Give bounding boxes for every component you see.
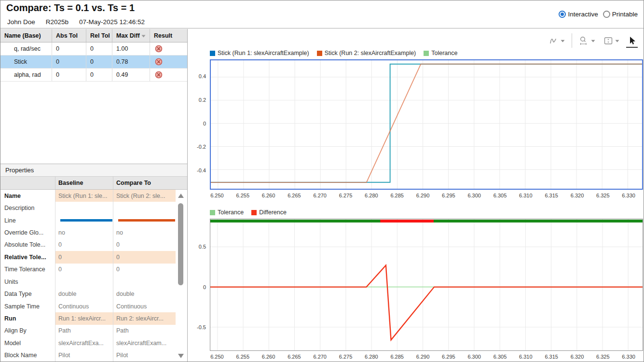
legend-item[interactable]: Tolerance [424,50,457,56]
comparison-plot-area[interactable] [210,59,643,190]
left-panel: Name (Base)Abs TolRel TolMax DiffResult … [0,29,188,362]
pointer-icon [627,36,637,45]
abs-tol-cell: 0 [52,42,86,55]
baseline-value-cell[interactable]: slexAircraftExa... [55,337,113,349]
property-row: Description [0,202,176,214]
compare-value-cell[interactable] [113,202,176,214]
property-row: Line [0,214,176,226]
x-tick-label: 6.310 [514,354,537,360]
pointer-tool-button[interactable] [626,33,638,48]
x-tick-label: 6.280 [360,193,383,198]
compare-value-cell[interactable]: Path [113,325,176,337]
compare-value-cell[interactable]: 0 [113,251,176,263]
compare-value-cell[interactable]: no [113,226,176,238]
signal-style-icon [548,36,559,46]
rel-tol-cell: 0 [86,56,112,68]
x-tick-label: 6.255 [231,354,254,360]
compare-line-swatch [118,219,175,222]
scrollbar-thumb[interactable] [178,203,183,285]
legend-label: Stick (Run 1: slexAircraftExample) [218,50,309,56]
column-header-compare-to: Compare To [113,177,176,189]
radio-printable[interactable]: Printable [603,11,638,18]
baseline-line-swatch [60,219,112,222]
compare-value-cell[interactable]: Pilot [113,349,176,361]
baseline-value-cell[interactable] [55,276,113,288]
legend-item[interactable]: Difference [251,209,287,216]
y-tick-label: -0.2 [188,143,206,150]
result-cell [150,69,187,81]
compare-value-cell[interactable]: slexAircraftExam... [113,337,176,349]
compare-value-cell[interactable]: Continuous [113,300,176,312]
table-row[interactable]: q, rad/sec001.00 [0,42,187,56]
x-tick-label: 6.300 [463,354,486,360]
compare-value-cell[interactable]: 0 [113,239,176,251]
baseline-value-cell[interactable] [55,202,113,214]
baseline-value-cell[interactable]: Stick (Run 1: sle... [55,190,113,202]
property-row: Block NamePilotPilot [0,349,176,361]
x-tick-label: 6.255 [231,193,254,198]
baseline-value-cell[interactable]: 0 [55,264,113,276]
y-tick-label: -0.4 [188,167,206,174]
baseline-line-swatch-cell[interactable] [55,214,113,226]
zoom-measure-button[interactable] [578,33,596,48]
column-header-label: Abs Tol [56,32,78,39]
fail-result-icon [155,58,163,66]
difference-plot: ToleranceDifference 0.50-0.56.2506.2556.… [188,208,644,362]
difference-plot-area[interactable] [210,219,643,351]
baseline-value-cell[interactable]: 0 [55,251,113,263]
baseline-value-cell[interactable]: double [55,288,113,300]
y-tick-label: 0.2 [188,97,206,103]
scroll-down-arrow-icon[interactable] [178,354,184,358]
legend-item[interactable]: Stick (Run 1: slexAircraftExample) [210,50,309,56]
property-row: ModelslexAircraftExa...slexAircraftExam.… [0,337,176,349]
column-header-label: Name (Base) [4,32,41,39]
radio-interactive[interactable]: Interactive [559,11,598,18]
scroll-up-arrow-icon[interactable] [178,194,184,198]
column-header-rel-tol[interactable]: Rel Tol [86,29,112,42]
radio-unselected-icon [603,11,610,18]
compare-value-cell[interactable]: double [113,288,176,300]
report-header: Compare: Ts = 0.1 vs. Ts = 1 John Doe R2… [0,0,644,28]
property-label: Block Name [0,349,55,361]
signals-table-body: q, rad/sec001.00Stick000.78alpha, rad000… [0,42,187,82]
chevron-down-icon [591,40,595,42]
baseline-value-cell[interactable]: Pilot [55,349,113,361]
difference-plot-canvas [210,219,643,350]
legend-swatch-icon [210,210,215,215]
compare-value-cell[interactable]: Stick (Run 2: sle... [113,190,176,202]
x-tick-label: 6.285 [385,354,409,360]
compare-line-swatch-cell[interactable] [113,214,176,226]
column-header-name-base-[interactable]: Name (Base) [0,29,52,42]
baseline-value-cell[interactable]: no [55,226,113,238]
compare-value-cell[interactable] [113,276,176,288]
compare-value-cell[interactable]: Run 2: slexAircr... [113,312,176,324]
x-tick-label: 6.265 [283,354,306,360]
compare-value-cell[interactable]: 0 [113,264,176,276]
table-row[interactable]: alpha, rad000.49 [0,69,187,82]
x-tick-label: 6.275 [334,193,357,198]
series-line-difference[interactable] [210,265,643,340]
max-diff-cell: 0.78 [112,56,150,68]
property-label: Relative Tole... [0,251,55,263]
baseline-value-cell[interactable]: 0 [55,239,113,251]
x-tick-label: 6.250 [206,193,229,198]
fit-view-button[interactable] [602,33,620,48]
baseline-value-cell[interactable]: Run 1: slexAircr... [55,312,113,324]
table-row[interactable]: Stick000.78 [0,56,187,69]
signals-table-header: Name (Base)Abs TolRel TolMax DiffResult [0,29,187,42]
signal-style-button[interactable] [548,33,566,48]
result-cell [150,56,187,68]
property-label: Run [0,312,55,324]
property-label: Model [0,337,55,349]
y-tick-label: 0 [188,120,206,127]
legend-item[interactable]: Tolerance [210,209,244,216]
column-header-max-diff[interactable]: Max Diff [112,29,150,42]
y-tick-label: 0.4 [188,73,206,80]
legend-item[interactable]: Stick (Run 2: slexAircraftExample) [317,50,416,56]
x-tick-label: 6.285 [385,193,409,198]
baseline-value-cell[interactable]: Continuous [55,300,113,312]
baseline-value-cell[interactable]: Path [55,325,113,337]
column-header-abs-tol[interactable]: Abs Tol [52,29,86,42]
result-cell [150,42,187,55]
column-header-result[interactable]: Result [150,29,187,42]
